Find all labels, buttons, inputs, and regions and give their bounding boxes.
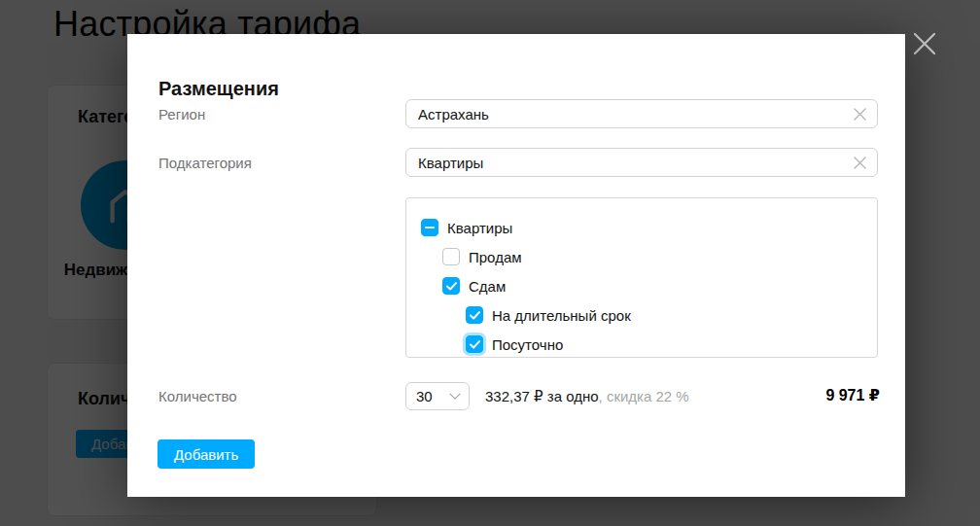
total-price: 9 971 ₽ — [825, 386, 880, 404]
discount-text: , скидка 22 % — [599, 388, 689, 404]
unit-price-value: 332,37 ₽ за одно — [485, 388, 599, 404]
unit-price: 332,37 ₽ за одно, скидка 22 % — [485, 388, 689, 405]
checkbox-checked-icon[interactable] — [466, 306, 483, 324]
subcategory-tree: Квартиры Продам Сдам — [405, 197, 878, 358]
tree-item-label: Посуточно — [492, 336, 563, 353]
tree-item-posutochno[interactable]: Посуточно — [406, 330, 877, 359]
tree-item-kvartiry[interactable]: Квартиры — [406, 213, 877, 242]
checkbox-checked-focused-icon[interactable] — [466, 335, 483, 353]
modal-title: Размещения — [158, 78, 279, 100]
region-label: Регион — [158, 106, 205, 123]
quantity-select-value: 30 — [416, 388, 433, 404]
clear-region-icon[interactable] — [853, 107, 867, 122]
checkbox-checked-icon[interactable] — [442, 277, 460, 295]
tree-item-label: Сдам — [469, 278, 506, 295]
checkbox-indeterminate-icon[interactable] — [421, 219, 438, 236]
tree-item-na-dlitelnyy-srok[interactable]: На длительный срок — [406, 300, 877, 330]
add-button[interactable]: Добавить — [158, 439, 255, 469]
subcategory-label: Подкатегория — [158, 155, 252, 171]
subcategory-input[interactable]: Квартиры — [405, 148, 878, 177]
tree-item-label: На длительный срок — [492, 307, 631, 324]
quantity-select[interactable]: 30 — [405, 382, 470, 410]
tree-item-label: Квартиры — [447, 220, 512, 236]
chevron-down-icon — [449, 388, 460, 399]
subcategory-input-value: Квартиры — [418, 155, 853, 171]
clear-subcategory-icon[interactable] — [853, 156, 867, 170]
quantity-label: Количество — [158, 388, 237, 404]
region-input[interactable]: Астрахань — [405, 99, 878, 128]
placements-modal: Размещения Регион Астрахань Подкатегория… — [127, 34, 905, 497]
screen: Настройка тарифа Категории Недвижимость … — [0, 0, 980, 526]
tree-item-prodam[interactable]: Продам — [406, 242, 877, 271]
tree-item-sdam[interactable]: Сдам — [406, 271, 877, 300]
region-input-value: Астрахань — [418, 106, 853, 123]
checkbox-unchecked-icon[interactable] — [442, 248, 460, 265]
close-icon[interactable] — [912, 31, 937, 56]
tree-item-label: Продам — [469, 249, 522, 265]
